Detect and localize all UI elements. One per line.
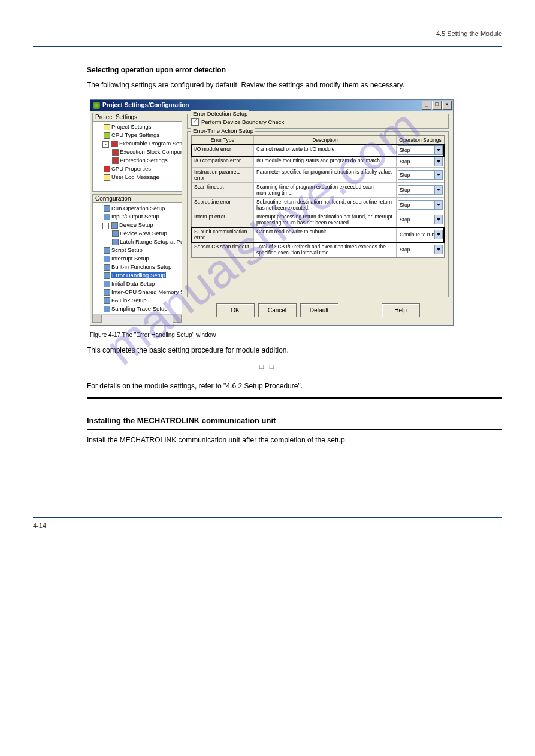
footer-rule	[33, 517, 502, 518]
black-rule-2	[87, 429, 502, 430]
configuration-pane: Configuration Run Operation SetupInput/O…	[92, 194, 182, 323]
grid-row: Sensor CB scan timeoutTotal of SCB I/O r…	[192, 242, 444, 257]
help-button[interactable]: Help	[382, 303, 420, 317]
cell-error-type: Instruction parameter error	[192, 168, 254, 182]
cell-operation: Stop	[397, 242, 444, 257]
tree-node[interactable]: -Device Setup	[94, 221, 180, 229]
cell-operation: Stop	[397, 183, 444, 197]
col-description: Description	[254, 136, 397, 144]
grid-row: Interrupt errorInterrupt processing retu…	[192, 212, 444, 227]
cell-error-type: Interrupt error	[192, 212, 254, 227]
after-fig-1: This completes the basic setting procedu…	[87, 345, 484, 356]
grid-row: Scan timeoutScanning time of program exe…	[192, 183, 444, 198]
tree-node[interactable]: Sampling Trace Setup	[94, 305, 180, 313]
project-settings-pane: Project Settings Project SettingsCPU Typ…	[92, 113, 182, 192]
tree-node[interactable]: FA Link Setup	[94, 296, 180, 305]
cell-description: Cannot read or write to subunit.	[254, 227, 397, 242]
cell-error-type: Subunit communication error	[192, 227, 254, 242]
cell-description: I/O module mounting status and program d…	[254, 156, 397, 167]
cancel-button[interactable]: Cancel	[258, 303, 297, 317]
error-grid: Error Type Description Operation Setting…	[191, 135, 445, 258]
tree-node[interactable]: CPU Properties	[94, 165, 180, 173]
cell-description: Cannot read or write to I/O module.	[254, 145, 397, 156]
cell-description: Total of SCB I/O refresh and execution t…	[254, 242, 397, 257]
cell-description: Subroutine return destination not found,…	[254, 198, 397, 212]
black-rule-1	[87, 397, 502, 399]
dialog-project-settings: Project Settings/Configuration _ □ × Pro…	[90, 99, 454, 326]
squares-divider: □ □	[33, 362, 502, 371]
figure-wrap: manualshive.com Project Settings/Configu…	[90, 99, 502, 326]
operation-dropdown[interactable]: Stop	[398, 170, 443, 180]
tree-node[interactable]: Inter-CPU Shared Memory Setup	[94, 288, 180, 296]
page-header-right: 4.5 Setting the Module	[33, 30, 502, 37]
tree-node[interactable]: Error Handling Setup	[94, 271, 180, 280]
pane-title-config: Configuration	[93, 195, 182, 203]
tree-node[interactable]: Built-in Functions Setup	[94, 263, 180, 271]
checkbox-label: Perform Device Boundary Check	[201, 119, 284, 125]
tree-node[interactable]: Execution Block Components	[94, 148, 180, 156]
tree-node[interactable]: Latch Range Setup at Power	[94, 238, 180, 246]
intro-text: The following settings are configured by…	[87, 80, 484, 90]
group-error-action: Error-Time Action Setup Error Type Descr…	[187, 131, 449, 297]
pane-title-project: Project Settings	[93, 113, 182, 122]
cell-error-type: Scan timeout	[192, 183, 254, 197]
cell-operation: Stop	[397, 198, 444, 212]
figure-caption: Figure 4-17 The "Error Handling Setup" w…	[90, 332, 502, 338]
cell-operation: Stop	[397, 145, 444, 156]
operation-dropdown[interactable]: Stop	[398, 200, 443, 210]
tree-node[interactable]: Script Setup	[94, 246, 180, 254]
tree-node[interactable]: Run Operation Setup	[94, 204, 180, 212]
operation-dropdown[interactable]: Stop	[398, 245, 443, 254]
group-error-detection: Error Detection Setup ✓ Perform Device B…	[187, 114, 449, 129]
grid-header: Error Type Description Operation Setting…	[192, 136, 444, 145]
tree-node[interactable]: CPU Type Settings	[94, 131, 180, 139]
cell-description: Parameter specified for program instruct…	[254, 168, 397, 182]
tree-node[interactable]: Input/Output Setup	[94, 212, 180, 221]
checkbox-boundary-check[interactable]: ✓ Perform Device Boundary Check	[191, 118, 445, 126]
operation-dropdown[interactable]: Stop	[398, 157, 443, 166]
operation-dropdown[interactable]: Stop	[398, 145, 443, 155]
page-number: 4-14	[33, 522, 502, 529]
maximize-button[interactable]: □	[432, 101, 442, 110]
cell-description: Interrupt processing return destination …	[254, 212, 397, 227]
operation-dropdown[interactable]: Stop	[398, 185, 443, 195]
grid-row: Subroutine errorSubroutine return destin…	[192, 198, 444, 212]
grid-row: Instruction parameter errorParameter spe…	[192, 168, 444, 183]
minimize-button[interactable]: _	[422, 101, 431, 110]
group-title-action: Error-Time Action Setup	[191, 127, 255, 134]
intro-bold: Selecting operation upon error detection	[87, 65, 484, 75]
cell-error-type: I/O module error	[192, 145, 254, 156]
operation-dropdown[interactable]: Stop	[398, 215, 443, 224]
cell-operation: Continue to run	[397, 227, 444, 242]
cell-error-type: Subroutine error	[192, 198, 254, 212]
group-title-detect: Error Detection Setup	[191, 110, 249, 117]
tree-node[interactable]: -Executable Program Settings	[94, 139, 180, 148]
col-error-type: Error Type	[192, 136, 254, 144]
titlebar[interactable]: Project Settings/Configuration _ □ ×	[90, 100, 453, 111]
cell-error-type: I/O comparison error	[192, 156, 254, 167]
tree-node[interactable]: Project Settings	[94, 123, 180, 131]
cell-operation: Stop	[397, 212, 444, 227]
tree-node[interactable]: User Log Message	[94, 173, 180, 181]
horizontal-scrollbar[interactable]	[93, 314, 182, 323]
ok-button[interactable]: OK	[216, 303, 255, 317]
checkbox-icon: ✓	[191, 118, 199, 126]
tree-node[interactable]: Device Area Setup	[94, 229, 180, 238]
tree-node[interactable]: Protection Settings	[94, 156, 180, 165]
button-bar: OK Cancel Default Help	[185, 299, 451, 323]
dialog-title: Project Settings/Configuration	[102, 102, 189, 108]
close-button[interactable]: ×	[442, 101, 452, 110]
header-rule	[33, 46, 502, 47]
after-fig-2: For details on the module settings, refe…	[87, 381, 484, 391]
default-button[interactable]: Default	[300, 303, 338, 317]
section-body: Install the MECHATROLINK communication u…	[87, 435, 484, 445]
tree-node[interactable]: Initial Data Setup	[94, 280, 180, 288]
project-tree[interactable]: Project SettingsCPU Type Settings-Execut…	[93, 122, 182, 191]
cell-operation: Stop	[397, 156, 444, 167]
tree-node[interactable]: Interrupt Setup	[94, 254, 180, 263]
grid-row: Subunit communication errorCannot read o…	[192, 227, 444, 242]
config-tree[interactable]: Run Operation SetupInput/Output Setup-De…	[93, 203, 182, 314]
app-icon	[93, 102, 100, 109]
cell-operation: Stop	[397, 168, 444, 182]
operation-dropdown[interactable]: Continue to run	[398, 230, 443, 239]
